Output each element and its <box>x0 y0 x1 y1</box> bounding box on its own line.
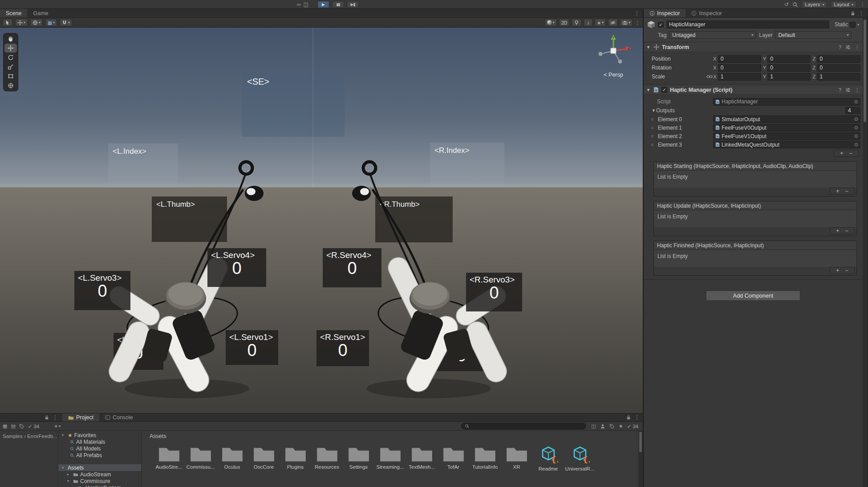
link-scale-icon[interactable] <box>706 75 713 78</box>
asset-item[interactable]: Commissu... <box>185 444 216 471</box>
add-element-button[interactable]: + <box>840 150 843 156</box>
scene-viewport[interactable]: <SE> <L.Index> <R.Index> <L.Thumb> <R.Th… <box>0 28 643 413</box>
scale-tool-button[interactable] <box>4 62 17 71</box>
position-z-field[interactable]: 0 <box>817 55 860 63</box>
scene-tab-menu-icon[interactable]: ⋮ <box>634 10 640 16</box>
event-header[interactable]: Haptic Finished (IHapticSource, IHapticI… <box>654 241 856 250</box>
vcs-changes-right[interactable]: ✓ 34 <box>627 423 638 430</box>
inspector-scrollbar[interactable] <box>863 18 867 487</box>
transform-header[interactable]: ▼ Transform ? ⋮ <box>644 42 863 52</box>
search-icon[interactable] <box>792 2 798 8</box>
static-flags-caret-icon[interactable]: ▾ <box>857 23 859 27</box>
component-enabled-checkbox[interactable]: ✓ <box>661 87 667 93</box>
tree-item-all-prefabs[interactable]: All Prefabs <box>58 452 141 458</box>
object-field[interactable]: FeelFuseV0Output ⊙ <box>713 124 860 131</box>
breadcrumb[interactable]: Samples › ErrorFeedb... <box>0 431 58 487</box>
remove-listener-button[interactable]: − <box>845 267 848 274</box>
remove-listener-button[interactable]: − <box>845 228 848 234</box>
pause-button[interactable]: ▮▮ <box>332 1 344 8</box>
view-tool-button[interactable] <box>4 34 17 43</box>
asset-item[interactable]: Readme <box>532 444 564 471</box>
script-object-field[interactable]: HapticManager ⊙ <box>713 98 860 106</box>
event-header[interactable]: Haptic Starting (IHapticSource, IHapticI… <box>654 162 856 171</box>
tree-item-assets[interactable]: ▾ Assets <box>58 464 141 471</box>
tag-dropdown[interactable]: Untagged ▾ <box>669 31 756 39</box>
orientation-gizmo[interactable]: y x < Persp <box>592 32 635 78</box>
foldout-icon[interactable]: ▼ <box>652 108 656 113</box>
lighting-toggle-button[interactable] <box>572 19 581 26</box>
asset-item[interactable]: TutorialInfo <box>469 444 501 471</box>
scene-visibility-button[interactable] <box>608 19 618 26</box>
foldout-icon[interactable]: ▾ <box>62 433 66 437</box>
effects-dropdown[interactable]: ∗▾ <box>595 19 606 26</box>
asset-item[interactable]: TextMesh... <box>406 444 438 471</box>
toolbar-menu-icon[interactable]: ⋮ <box>860 1 865 8</box>
tree-item-hapticssystem[interactable]: ▸ HapticsSystem <box>58 484 141 487</box>
panel-menu-icon[interactable]: ⋮ <box>53 414 58 421</box>
grid-snapping-button[interactable]: ▦▾ <box>45 19 57 26</box>
outputs-size-field[interactable]: 4 <box>845 107 860 114</box>
servo-box-r-servo3[interactable]: <R.Servo3> 0 <box>466 273 522 311</box>
lock-icon[interactable] <box>626 415 631 420</box>
project-scrollbar[interactable] <box>638 431 643 487</box>
scrollbar-thumb[interactable] <box>639 432 642 452</box>
tab-game[interactable]: Game <box>27 9 54 17</box>
object-field[interactable]: FeelFuseV1Output ⊙ <box>713 132 860 140</box>
asset-item[interactable]: Settings <box>343 444 374 471</box>
object-field[interactable]: LinkedMetaQuestOutput ⊙ <box>713 141 860 148</box>
component-menu-icon[interactable]: ⋮ <box>855 87 860 93</box>
breadcrumb-root[interactable]: Samples <box>3 434 23 439</box>
tag-icon[interactable] <box>609 424 615 429</box>
servo-box-l-servo1[interactable]: <L.Servo1> 0 <box>226 330 278 365</box>
project-search-input[interactable] <box>471 424 583 429</box>
object-picker-icon[interactable]: ⊙ <box>854 99 858 105</box>
snap-toggle-button[interactable]: ▾ <box>60 19 72 26</box>
move-tool-button[interactable] <box>4 44 17 53</box>
output-element-row[interactable]: = Element 3 LinkedMetaQuestOutput ⊙ <box>646 140 860 149</box>
gameobject-name-field[interactable]: HapticManager <box>666 20 829 29</box>
remove-listener-button[interactable]: − <box>845 188 848 194</box>
asset-grid[interactable]: Assets AudioStre... Commissu... Oculus O… <box>142 431 643 487</box>
add-listener-button[interactable]: + <box>836 188 839 194</box>
help-icon[interactable]: ? <box>839 45 841 50</box>
outputs-row[interactable]: ▼ Outputs 4 <box>646 106 860 115</box>
foldout-icon[interactable]: ▾ <box>62 466 66 470</box>
xr-mode-icon[interactable]: ∞ <box>297 2 301 7</box>
rect-tool-button[interactable] <box>4 72 17 81</box>
asset-item[interactable]: Oculus <box>216 444 248 471</box>
handle-rotation-button[interactable]: ▾ <box>30 19 43 26</box>
object-picker-icon[interactable]: ⊙ <box>854 133 858 139</box>
favorite-search-icon[interactable]: ★ <box>619 424 623 429</box>
inspector-menu-icon[interactable]: ⋮ <box>859 10 864 16</box>
asset-item[interactable]: AudioStre... <box>153 444 185 471</box>
foldout-icon[interactable]: ▼ <box>646 88 651 92</box>
search-by-type-icon[interactable]: ◫ <box>591 424 596 429</box>
vcs-changes-left[interactable]: ✓ 34 <box>28 423 39 430</box>
lock-icon[interactable] <box>45 415 49 420</box>
object-field[interactable]: SimulatorOutput ⊙ <box>713 115 860 123</box>
drag-handle-icon[interactable]: = <box>651 142 658 147</box>
scale-x-field[interactable]: 1 <box>718 73 761 81</box>
servo-box-l-servo3[interactable]: <L.Servo3> 0 <box>74 271 130 310</box>
scale-z-field[interactable]: 1 <box>817 73 860 81</box>
servo-box-l-servo4[interactable]: <L.Servo4> 0 <box>207 248 266 287</box>
lock-icon[interactable] <box>851 11 855 16</box>
tree-item-all-models[interactable]: All Models <box>58 445 141 452</box>
draw-mode-dropdown[interactable]: ▾ <box>545 19 557 26</box>
drag-handle-icon[interactable]: = <box>651 125 658 131</box>
haptic-manager-header[interactable]: ▼ ✓ Haptic Manager (Script) ? ⋮ <box>644 85 863 95</box>
layout-dropdown[interactable]: Layout ▾ <box>831 1 856 8</box>
add-listener-button[interactable]: + <box>836 267 839 274</box>
rotation-z-field[interactable]: 0 <box>817 64 860 72</box>
asset-item[interactable]: Streaming... <box>374 444 406 471</box>
search-by-label-icon[interactable] <box>600 424 605 429</box>
layer-dropdown[interactable]: Default ▾ <box>775 31 852 39</box>
2d-toggle-button[interactable]: 2D <box>559 19 569 26</box>
asset-item[interactable]: OscCore <box>248 444 280 471</box>
tree-item-all-materials[interactable]: All Materials <box>58 438 141 445</box>
remove-element-button[interactable]: − <box>849 150 852 156</box>
asset-item[interactable]: UniversalR... <box>564 444 596 471</box>
foldout-icon[interactable]: ▼ <box>646 45 651 49</box>
scale-y-field[interactable]: 1 <box>767 73 811 81</box>
project-search[interactable] <box>461 423 586 430</box>
